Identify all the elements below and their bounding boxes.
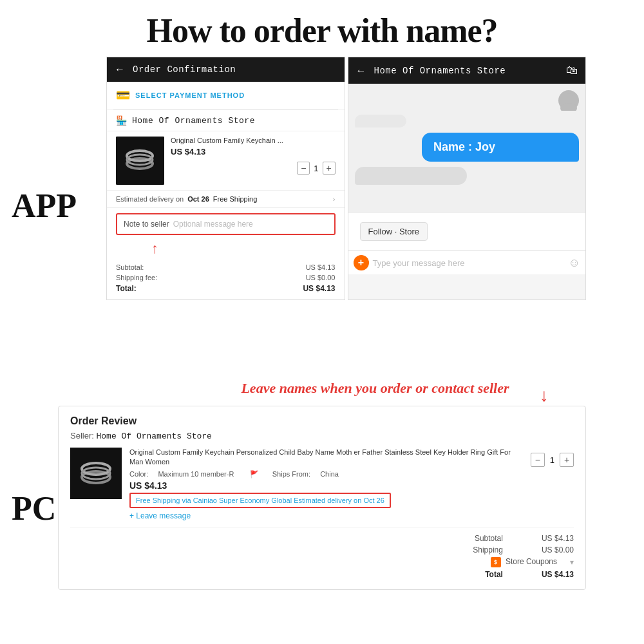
name-bubble: Name : Joy	[422, 133, 579, 162]
product-image	[116, 137, 164, 185]
pc-product-details: Original Custom Family Keychain Personal…	[129, 448, 523, 520]
shipping-value: US $0.00	[306, 274, 336, 281]
note-to-seller-box[interactable]: Note to seller Optional message here	[116, 213, 336, 235]
product-price: US $4.13	[171, 147, 336, 156]
pc-qty-decrease-button[interactable]: −	[531, 453, 545, 467]
color-value: Maximum 10 member-R	[158, 470, 234, 478]
attachment-button[interactable]: +	[354, 255, 369, 270]
svg-point-5	[560, 103, 577, 111]
app-label: APP	[12, 187, 77, 225]
pc-total-value: US $4.13	[542, 570, 574, 579]
shipping-label: Shipping fee:	[116, 274, 157, 281]
coupons-label-container: $ Store Coupons	[491, 557, 557, 567]
pc-qty-increase-button[interactable]: +	[560, 453, 574, 467]
color-label: Color:	[129, 470, 148, 478]
pc-order-summary: Subtotal US $4.13 Shipping US $0.00 $ St…	[70, 527, 574, 580]
product-row: Original Custom Family Keychain ... US $…	[107, 131, 345, 191]
arrow-up-container: ↑	[107, 240, 345, 257]
subtotal-value: US $4.13	[306, 263, 336, 271]
shopping-bag-icon[interactable]: 🛍	[566, 64, 578, 77]
order-confirmation-header: ← Order Confirmation	[107, 57, 345, 82]
page-title: How to order with name?	[0, 0, 644, 56]
note-placeholder: Optional message here	[173, 220, 253, 229]
pc-shipping-label: Shipping	[473, 545, 503, 554]
follow-store-button[interactable]: Follow · Store	[360, 222, 428, 241]
pc-subtotal-label: Subtotal	[475, 534, 503, 543]
pc-seller-name: Home Of Ornaments Store	[96, 431, 211, 441]
pc-product-price: US $4.13	[129, 480, 523, 491]
free-shipping-label: Free Shipping	[213, 195, 258, 203]
order-confirmation-panel: ← Order Confirmation 💳 SELECT PAYMENT ME…	[106, 57, 345, 300]
coupon-icon: $	[491, 557, 501, 567]
delivery-date: Oct 26	[187, 195, 209, 203]
qty-increase-button[interactable]: +	[323, 162, 336, 175]
note-to-seller-label: Note to seller	[124, 220, 169, 229]
payment-icon: 💳	[116, 88, 130, 102]
pc-product-image	[70, 448, 122, 499]
chat-area: Name : Joy	[348, 84, 586, 213]
shipping-row: Shipping fee: US $0.00	[116, 272, 336, 283]
total-label: Total:	[116, 284, 137, 293]
pc-shipping-row: Shipping US $0.00	[70, 544, 574, 556]
store-row: 🏪 Home Of Ornaments Store	[107, 110, 345, 131]
message-input[interactable]: Type your message here	[373, 258, 565, 268]
chat-panel: ← Home Of Ornaments Store 🛍 Name : Joy F…	[348, 57, 587, 300]
total-row: Total: US $4.13	[116, 283, 336, 294]
pc-product-meta: Color: Maximum 10 member-R 🚩 Ships From:…	[129, 470, 523, 478]
coupons-label: Store Coupons	[506, 557, 557, 566]
avatar-row	[355, 90, 580, 111]
message-input-row: + Type your message here ☺	[348, 251, 586, 274]
qty-decrease-button[interactable]: −	[297, 162, 310, 175]
leave-message-link[interactable]: + Leave message	[129, 511, 523, 520]
pc-label: PC	[12, 489, 56, 527]
chat-back-arrow-icon[interactable]: ←	[356, 65, 366, 77]
user-avatar	[558, 90, 579, 111]
chat-header: ← Home Of Ornaments Store 🛍	[348, 57, 586, 84]
qty-value: 1	[314, 164, 318, 173]
instruction-text: Leave names when you order or contact se…	[106, 380, 644, 397]
seller-label: Seller:	[70, 431, 94, 440]
pc-order-section: Order Review Seller: Home Of Ornaments S…	[58, 406, 586, 590]
store-name: Home Of Ornaments Store	[132, 116, 255, 126]
delivery-row: Estimated delivery on Oct 26 Free Shippi…	[107, 191, 345, 208]
flag-icon: 🚩	[250, 470, 259, 478]
order-confirmation-title: Order Confirmation	[133, 64, 337, 75]
ships-from-label: Ships From:	[272, 470, 310, 478]
total-value: US $4.13	[303, 284, 335, 293]
pc-coupons-row[interactable]: $ Store Coupons ▾	[70, 556, 574, 569]
emoji-button[interactable]: ☺	[569, 256, 580, 270]
back-arrow-icon[interactable]: ←	[115, 64, 125, 75]
seller-row: Seller: Home Of Ornaments Store	[70, 431, 574, 441]
product-info: Original Custom Family Keychain ... US $…	[171, 137, 336, 175]
pc-product-row: Original Custom Family Keychain Personal…	[70, 448, 574, 520]
order-summary: Subtotal: US $4.13 Shipping fee: US $0.0…	[107, 260, 345, 299]
pc-total-row: Total US $4.13	[70, 569, 574, 580]
payment-method-row[interactable]: 💳 SELECT PAYMENT METHOD	[107, 82, 345, 109]
product-img-svg	[116, 137, 164, 185]
typing-indicator	[355, 167, 467, 185]
received-bubble	[355, 115, 406, 128]
delivery-chevron-icon[interactable]: ›	[333, 195, 336, 203]
svg-point-4	[564, 93, 573, 102]
pc-shipping-value: US $0.00	[542, 545, 574, 554]
chat-store-name: Home Of Ornaments Store	[374, 66, 562, 76]
subtotal-row: Subtotal: US $4.13	[116, 262, 336, 272]
payment-method-label: SELECT PAYMENT METHOD	[135, 91, 245, 99]
coupons-chevron-icon[interactable]: ▾	[570, 558, 574, 567]
pc-subtotal-value: US $4.13	[542, 534, 574, 543]
order-review-title: Order Review	[70, 415, 574, 427]
pc-product-name: Original Custom Family Keychain Personal…	[129, 448, 523, 468]
arrow-down-icon: ↓	[540, 385, 549, 406]
pc-subtotal-row: Subtotal US $4.13	[70, 533, 574, 544]
subtotal-label: Subtotal:	[116, 263, 144, 271]
pc-qty-value: 1	[550, 455, 554, 465]
arrow-up-icon: ↑	[151, 240, 158, 257]
delivery-prefix: Estimated delivery on	[116, 195, 184, 203]
product-name: Original Custom Family Keychain ...	[171, 137, 336, 144]
pc-qty-row: − 1 +	[531, 453, 574, 467]
store-icon: 🏪	[116, 115, 127, 126]
ships-from-value: China	[320, 470, 339, 478]
pc-shipping-info[interactable]: Free Shipping via Cainiao Super Economy …	[129, 493, 391, 508]
pc-total-label: Total	[485, 570, 503, 579]
